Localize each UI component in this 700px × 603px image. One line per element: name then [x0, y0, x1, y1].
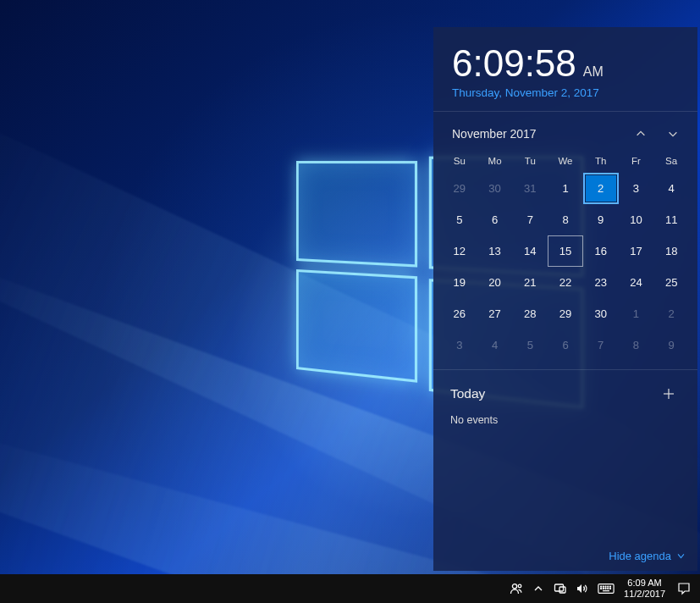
svg-point-10 [608, 586, 609, 587]
calendar-day[interactable]: 7 [583, 329, 619, 361]
calendar-day[interactable]: 20 [477, 267, 513, 298]
svg-point-12 [601, 588, 602, 589]
flyout-ampm: AM [583, 64, 604, 80]
calendar-grid: SuMoTuWeThFrSa29303112345678910111213141… [433, 152, 697, 369]
project-button[interactable] [549, 574, 571, 603]
calendar-next-button[interactable] [657, 122, 689, 146]
svg-rect-5 [559, 587, 565, 593]
chevron-down-icon [676, 551, 686, 561]
calendar-day[interactable]: 6 [548, 329, 583, 361]
calendar-dow: Th [583, 152, 619, 173]
calendar-dow: We [548, 152, 583, 173]
calendar-day[interactable]: 31 [512, 173, 548, 204]
svg-point-11 [610, 586, 611, 587]
calendar-day[interactable]: 21 [512, 267, 548, 298]
calendar-day[interactable]: 23 [583, 267, 619, 298]
clock-calendar-flyout: 6:09:58 AM Thursday, November 2, 2017 No… [433, 27, 697, 571]
hide-agenda-label: Hide agenda [609, 550, 671, 562]
calendar-day[interactable]: 4 [653, 173, 689, 204]
volume-button[interactable] [571, 574, 593, 603]
chevron-down-icon [667, 128, 679, 140]
chevron-up-icon [635, 128, 647, 140]
flyout-date-link[interactable]: Thursday, November 2, 2017 [452, 86, 679, 99]
svg-point-14 [605, 588, 606, 589]
calendar-day[interactable]: 12 [442, 235, 477, 267]
calendar-day-today[interactable]: 2 [583, 173, 619, 204]
agenda-section: Today No events Hide agenda [433, 370, 697, 571]
calendar-day[interactable]: 1 [548, 173, 583, 204]
svg-point-15 [608, 588, 609, 589]
calendar-dow: Mo [477, 152, 513, 173]
calendar-day[interactable]: 13 [477, 235, 513, 267]
calendar-day[interactable]: 22 [548, 267, 583, 298]
calendar-day[interactable]: 30 [477, 173, 513, 204]
svg-point-16 [610, 588, 611, 589]
tray-overflow-button[interactable] [527, 574, 549, 603]
calendar-day[interactable]: 6 [477, 204, 513, 235]
calendar-day[interactable]: 8 [619, 329, 654, 361]
svg-point-8 [603, 586, 604, 587]
svg-point-9 [605, 586, 606, 587]
taskbar-clock[interactable]: 6:09 AM 11/2/2017 [619, 578, 672, 599]
calendar-day[interactable]: 4 [477, 329, 513, 361]
plus-icon [662, 387, 675, 401]
svg-point-13 [603, 588, 604, 589]
keyboard-icon [598, 583, 615, 595]
calendar-day[interactable]: 29 [548, 298, 583, 329]
taskbar-date: 11/2/2017 [624, 589, 665, 600]
taskbar-time: 6:09 AM [624, 578, 665, 589]
taskbar: 6:09 AM 11/2/2017 [0, 574, 700, 603]
speaker-icon [576, 582, 589, 595]
calendar-day[interactable]: 18 [653, 235, 689, 267]
calendar-day[interactable]: 29 [442, 173, 477, 204]
hide-agenda-button[interactable]: Hide agenda [609, 550, 686, 562]
calendar-dow: Su [442, 152, 477, 173]
project-icon [554, 582, 567, 595]
calendar-prev-button[interactable] [625, 122, 657, 146]
flyout-time: 6:09:58 [452, 42, 576, 85]
calendar-day[interactable]: 9 [583, 204, 619, 235]
calendar-day[interactable]: 24 [619, 267, 654, 298]
calendar-day[interactable]: 26 [442, 298, 477, 329]
calendar-day[interactable]: 16 [583, 235, 619, 267]
agenda-title: Today [450, 386, 657, 401]
calendar-day[interactable]: 19 [442, 267, 477, 298]
people-button[interactable] [505, 574, 527, 603]
calendar-day[interactable]: 5 [442, 204, 477, 235]
calendar-dow: Tu [512, 152, 548, 173]
svg-point-7 [601, 586, 602, 587]
calendar-day[interactable]: 10 [619, 204, 654, 235]
agenda-empty-text: No events [450, 414, 681, 426]
calendar-day[interactable]: 8 [548, 204, 583, 235]
calendar-dow: Fr [619, 152, 654, 173]
calendar-day[interactable]: 5 [512, 329, 548, 361]
calendar-day[interactable]: 25 [653, 267, 689, 298]
svg-point-3 [518, 584, 521, 588]
calendar-day[interactable]: 9 [653, 329, 689, 361]
calendar-day[interactable]: 7 [512, 204, 548, 235]
calendar-day[interactable]: 3 [442, 329, 477, 361]
calendar-day[interactable]: 11 [653, 204, 689, 235]
calendar-day[interactable]: 15 [548, 235, 583, 267]
calendar-day[interactable]: 28 [512, 298, 548, 329]
people-icon [510, 582, 523, 595]
svg-point-2 [512, 584, 516, 589]
touch-keyboard-button[interactable] [593, 574, 619, 603]
action-center-button[interactable] [672, 582, 696, 595]
calendar-day[interactable]: 14 [512, 235, 548, 267]
calendar-dow: Sa [653, 152, 689, 173]
calendar-day[interactable]: 1 [619, 298, 654, 329]
add-event-button[interactable] [657, 382, 681, 406]
calendar-month-label[interactable]: November 2017 [452, 127, 625, 141]
calendar-day[interactable]: 3 [619, 173, 654, 204]
calendar-day[interactable]: 17 [619, 235, 654, 267]
notifications-icon [677, 582, 691, 595]
svg-rect-17 [603, 590, 609, 591]
calendar-day[interactable]: 30 [583, 298, 619, 329]
chevron-up-icon [532, 582, 545, 595]
calendar-day[interactable]: 27 [477, 298, 513, 329]
calendar-day[interactable]: 2 [653, 298, 689, 329]
